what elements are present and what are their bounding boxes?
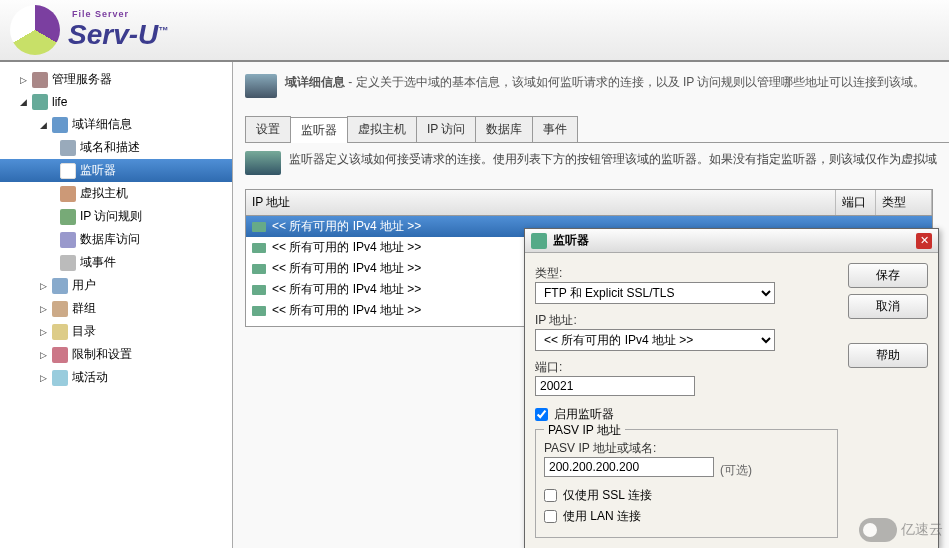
group-icon	[52, 301, 68, 317]
collapse-icon[interactable]: ◢	[20, 97, 30, 107]
sidebar-item-db[interactable]: 数据库访问	[0, 228, 232, 251]
tab-ip[interactable]: IP 访问	[416, 116, 476, 142]
dialog-titlebar[interactable]: 监听器 ✕	[525, 229, 938, 253]
globe-icon	[32, 94, 48, 110]
page-icon	[245, 74, 277, 98]
ssl-only-checkbox[interactable]	[544, 489, 557, 502]
sidebar-item-listener[interactable]: 监听器	[0, 159, 232, 182]
sidebar-item-activity[interactable]: ▷域活动	[0, 366, 232, 389]
watermark: 亿速云	[859, 518, 943, 542]
col-port[interactable]: 端口	[836, 190, 876, 215]
tab-db[interactable]: 数据库	[475, 116, 533, 142]
enable-checkbox[interactable]	[535, 408, 548, 421]
sidebar-item-manage-server[interactable]: ▷管理服务器	[0, 68, 232, 91]
optional-note: (可选)	[720, 462, 752, 479]
logo-text: File Server Serv-U™	[68, 9, 168, 51]
sidebar-label: life	[52, 95, 67, 109]
watermark-text: 亿速云	[901, 521, 943, 539]
limit-icon	[52, 347, 68, 363]
ip-icon	[60, 209, 76, 225]
tab-bar: 设置 监听器 虚拟主机 IP 访问 数据库 事件	[245, 116, 949, 143]
dialog-icon	[531, 233, 547, 249]
sidebar-label: 群组	[72, 300, 96, 317]
tab-listener[interactable]: 监听器	[290, 117, 348, 143]
nic-row-icon	[252, 306, 266, 316]
sidebar-item-iprule[interactable]: IP 访问规则	[0, 205, 232, 228]
type-select[interactable]: FTP 和 Explicit SSL/TLS	[535, 282, 775, 304]
label-type: 类型:	[535, 265, 838, 282]
event-icon	[60, 255, 76, 271]
sidebar: ▷管理服务器 ◢life ◢域详细信息 域名和描述 监听器 虚拟主机 IP 访问…	[0, 62, 233, 548]
sidebar-item-vhost[interactable]: 虚拟主机	[0, 182, 232, 205]
sidebar-item-domain[interactable]: ◢life	[0, 91, 232, 113]
sidebar-label: 域事件	[80, 254, 116, 271]
sidebar-label: 监听器	[80, 162, 116, 179]
nic-row-icon	[252, 264, 266, 274]
expand-icon[interactable]: ▷	[40, 327, 50, 337]
sidebar-item-dir[interactable]: ▷目录	[0, 320, 232, 343]
col-type[interactable]: 类型	[876, 190, 932, 215]
expand-icon[interactable]: ▷	[40, 373, 50, 383]
listener-icon	[60, 163, 76, 179]
col-ip[interactable]: IP 地址	[246, 190, 836, 215]
dialog-title: 监听器	[553, 232, 916, 249]
help-button[interactable]: 帮助	[848, 343, 928, 368]
row-ip: << 所有可用的 IPv4 地址 >>	[272, 239, 421, 256]
tab-info: 监听器定义该域如何接受请求的连接。使用列表下方的按钮管理该域的监听器。如果没有指…	[289, 151, 937, 168]
sidebar-label: 域名和描述	[80, 139, 140, 156]
activity-icon	[52, 370, 68, 386]
db-icon	[60, 232, 76, 248]
label-ssl: 仅使用 SSL 连接	[563, 487, 652, 504]
tab-event[interactable]: 事件	[532, 116, 578, 142]
sidebar-item-desc[interactable]: 域名和描述	[0, 136, 232, 159]
page-description: 域详细信息 - 定义关于选中域的基本信息，该域如何监听请求的连接，以及 IP 访…	[285, 74, 925, 91]
server-icon	[32, 72, 48, 88]
folder-icon	[52, 324, 68, 340]
user-icon	[52, 278, 68, 294]
sidebar-item-limit[interactable]: ▷限制和设置	[0, 343, 232, 366]
ip-select[interactable]: << 所有可用的 IPv4 地址 >>	[535, 329, 775, 351]
logo-subtitle: File Server	[72, 9, 168, 19]
desc-icon	[60, 140, 76, 156]
sidebar-label: 域详细信息	[72, 116, 132, 133]
label-enable: 启用监听器	[554, 406, 614, 423]
sidebar-label: IP 访问规则	[80, 208, 142, 225]
sidebar-item-domain-detail[interactable]: ◢域详细信息	[0, 113, 232, 136]
port-input[interactable]	[535, 376, 695, 396]
listener-dialog: 监听器 ✕ 类型: FTP 和 Explicit SSL/TLS IP 地址: …	[524, 228, 939, 548]
sidebar-item-group[interactable]: ▷群组	[0, 297, 232, 320]
grid-header: IP 地址 端口 类型	[246, 190, 932, 216]
label-ip: IP 地址:	[535, 312, 838, 329]
logo-icon	[10, 5, 60, 55]
pasv-fieldset: PASV IP 地址 PASV IP 地址或域名: (可选) 仅使用 SSL 连…	[535, 429, 838, 538]
sidebar-item-user[interactable]: ▷用户	[0, 274, 232, 297]
pasv-input[interactable]	[544, 457, 714, 477]
row-ip: << 所有可用的 IPv4 地址 >>	[272, 302, 421, 319]
label-lan: 使用 LAN 连接	[563, 508, 641, 525]
sidebar-label: 限制和设置	[72, 346, 132, 363]
cancel-button[interactable]: 取消	[848, 294, 928, 319]
tab-vhost[interactable]: 虚拟主机	[347, 116, 417, 142]
fieldset-legend: PASV IP 地址	[544, 422, 625, 439]
collapse-icon[interactable]: ◢	[40, 120, 50, 130]
row-ip: << 所有可用的 IPv4 地址 >>	[272, 260, 421, 277]
save-button[interactable]: 保存	[848, 263, 928, 288]
label-port: 端口:	[535, 359, 838, 376]
expand-icon[interactable]: ▷	[20, 75, 30, 85]
tab-settings[interactable]: 设置	[245, 116, 291, 142]
expand-icon[interactable]: ▷	[40, 350, 50, 360]
sidebar-label: 域活动	[72, 369, 108, 386]
nic-row-icon	[252, 285, 266, 295]
lan-checkbox[interactable]	[544, 510, 557, 523]
nic-icon	[245, 151, 281, 175]
row-ip: << 所有可用的 IPv4 地址 >>	[272, 281, 421, 298]
sidebar-label: 用户	[72, 277, 96, 294]
nic-row-icon	[252, 222, 266, 232]
sidebar-label: 数据库访问	[80, 231, 140, 248]
sidebar-item-event[interactable]: 域事件	[0, 251, 232, 274]
close-icon[interactable]: ✕	[916, 233, 932, 249]
expand-icon[interactable]: ▷	[40, 304, 50, 314]
vhost-icon	[60, 186, 76, 202]
expand-icon[interactable]: ▷	[40, 281, 50, 291]
label-pasv: PASV IP 地址或域名:	[544, 440, 829, 457]
